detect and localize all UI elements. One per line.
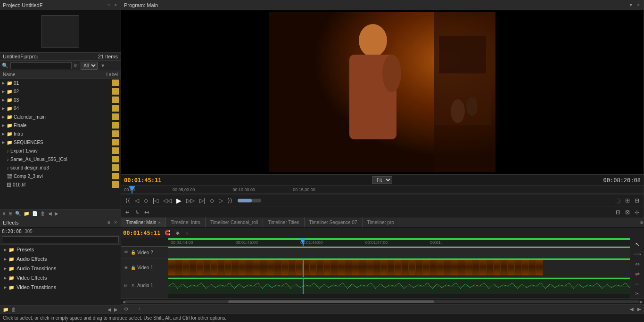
list-item[interactable]: 🖼 01b.tif bbox=[0, 180, 121, 189]
panel-search-btn[interactable]: 🔍 bbox=[14, 210, 22, 217]
extract-btn[interactable]: ⊠ bbox=[624, 208, 631, 217]
panel-prev-btn[interactable]: ◀ bbox=[47, 210, 53, 217]
tab-timeline-seq07[interactable]: Timeline: Sequence 07 bbox=[305, 217, 363, 227]
effects-search-input[interactable] bbox=[2, 236, 119, 243]
effects-item-audio-effects[interactable]: ▶ 📁 Audio Effects bbox=[0, 254, 121, 264]
folder-icon: 📁 bbox=[7, 106, 12, 111]
set-in-btn[interactable]: ↵ bbox=[124, 208, 132, 217]
effects-menu-btn[interactable]: ≡ bbox=[107, 220, 111, 225]
video-content bbox=[269, 12, 495, 172]
prev-edit-btn[interactable]: ◀ bbox=[629, 306, 635, 312]
search-settings-btn[interactable]: ▼ bbox=[99, 63, 106, 68]
list-item[interactable]: ▶ 📁 01 bbox=[0, 79, 121, 87]
video1-track-row[interactable] bbox=[168, 258, 630, 277]
marker-btn[interactable]: ◆ bbox=[174, 230, 181, 236]
project-panel-close-btn[interactable]: × bbox=[113, 2, 118, 8]
tab-timeline-titles[interactable]: Timeline: Titles bbox=[263, 217, 304, 227]
play-btn[interactable]: ▶ bbox=[175, 196, 183, 205]
delete-custom-item-btn[interactable]: 🗑 bbox=[10, 306, 17, 313]
track-lock-btn[interactable]: 🔒 bbox=[130, 250, 136, 255]
panel-delete-btn[interactable]: 🗑 bbox=[40, 210, 46, 217]
list-item[interactable]: ▶ 📁 Intro bbox=[0, 129, 121, 138]
rolling-edit-btn[interactable]: ⇌ bbox=[632, 270, 643, 278]
rate-stretch-btn[interactable]: ↔ bbox=[632, 280, 643, 288]
in-select[interactable]: All bbox=[81, 62, 98, 70]
zoom-out-btn[interactable]: − bbox=[131, 306, 136, 312]
step-back-btn[interactable]: ◁ bbox=[133, 196, 140, 205]
tab-timeline-main[interactable]: Timeline: Main × bbox=[121, 217, 166, 227]
new-custom-bin-btn[interactable]: 📁 bbox=[2, 306, 9, 313]
list-item[interactable]: ▶ 📁 02 bbox=[0, 87, 121, 96]
list-item[interactable]: ♪ sound design.mp3 bbox=[0, 163, 121, 172]
set-out-btn[interactable]: ↳ bbox=[133, 208, 141, 217]
go-to-out-btn[interactable]: ⟩⟩ bbox=[226, 196, 234, 205]
tab-timeline-calendal[interactable]: Timeline: Calendal_roll bbox=[206, 217, 263, 227]
video2-track-row[interactable] bbox=[168, 247, 630, 258]
tab-close-icon[interactable]: × bbox=[158, 220, 161, 225]
go-in-btn[interactable]: ↤ bbox=[143, 208, 150, 217]
list-item[interactable]: ▶ 📁 SEQUENCES bbox=[0, 138, 121, 146]
effects-item-presets[interactable]: ▶ 📁 Presets bbox=[0, 245, 121, 254]
track-visibility-btn[interactable]: 👁 bbox=[123, 250, 129, 255]
add-marker-btn[interactable]: ⬦ bbox=[184, 230, 190, 236]
monitor-close-btn[interactable]: × bbox=[636, 2, 641, 8]
razor-btn[interactable]: ✂ bbox=[632, 290, 643, 298]
go-to-in-btn[interactable]: ⟨⟨ bbox=[124, 196, 132, 205]
list-item[interactable]: ▶ 📁 Calendar_main bbox=[0, 113, 121, 121]
track-mute-btn[interactable]: M bbox=[123, 283, 129, 288]
step-frame-back-btn[interactable]: ◁◁ bbox=[162, 196, 173, 205]
list-item[interactable]: ♪ Same_As_Usual_556_(Col bbox=[0, 155, 121, 163]
insert-btn[interactable]: ⊞ bbox=[624, 196, 631, 205]
scroll-left-btn[interactable]: ◀ bbox=[122, 299, 125, 304]
overwrite-btn[interactable]: ⊟ bbox=[633, 196, 641, 205]
list-item[interactable]: ▶ 📁 04 bbox=[0, 104, 121, 113]
project-search-input[interactable] bbox=[10, 62, 72, 69]
go-to-start-btn[interactable]: |◁ bbox=[151, 196, 160, 205]
mark-in-btn[interactable]: ◇ bbox=[142, 196, 149, 205]
prev-btn[interactable]: ◀ bbox=[107, 306, 112, 313]
track-solo-btn[interactable]: S bbox=[130, 283, 136, 288]
jog-wheel[interactable] bbox=[238, 199, 261, 202]
go-to-end-btn[interactable]: ▷| bbox=[198, 196, 206, 205]
panel-next-btn[interactable]: ▶ bbox=[54, 210, 59, 217]
next-edit-btn[interactable]: ▶ bbox=[636, 306, 642, 312]
timeline-scrollbar[interactable]: ◀ ▶ bbox=[121, 298, 644, 304]
timeline-menu-btn[interactable]: ≡ bbox=[639, 220, 644, 225]
effects-close-btn[interactable]: × bbox=[113, 220, 118, 225]
list-item[interactable]: ▶ 📁 Finale bbox=[0, 121, 121, 129]
panel-list-view-btn[interactable]: ≡ bbox=[2, 210, 7, 217]
next-btn[interactable]: ▶ bbox=[113, 306, 119, 313]
panel-icon-view-btn[interactable]: ⊞ bbox=[8, 210, 13, 217]
audio1-track-row[interactable] bbox=[168, 277, 630, 294]
zoom-btn[interactable]: ⊹ bbox=[633, 208, 641, 217]
scroll-track[interactable] bbox=[125, 300, 640, 303]
ripple-edit-btn[interactable]: ⇔ bbox=[632, 260, 643, 268]
selection-tool-btn[interactable]: ↖ bbox=[632, 240, 643, 249]
project-panel-menu-btn[interactable]: ≡ bbox=[107, 2, 111, 8]
mark-out-btn[interactable]: ◇ bbox=[208, 196, 215, 205]
tab-timeline-pro[interactable]: Timeline: pro bbox=[363, 217, 399, 227]
monitor-menu-btn[interactable]: ▼ bbox=[627, 2, 634, 8]
track-visibility-btn[interactable]: 👁 bbox=[123, 266, 129, 270]
scroll-right-btn[interactable]: ▶ bbox=[640, 299, 643, 304]
fit-dropdown[interactable]: Fit bbox=[372, 176, 392, 184]
step-fwd-btn[interactable]: ▷ bbox=[217, 196, 224, 205]
track-select-btn[interactable]: ⟹ bbox=[632, 250, 643, 258]
lift-btn[interactable]: ⊡ bbox=[614, 208, 622, 217]
export-frame-btn[interactable]: ⬚ bbox=[614, 196, 622, 205]
effects-item-audio-transitions[interactable]: ▶ 📁 Audio Transitions bbox=[0, 264, 121, 273]
effects-item-video-transitions[interactable]: ▶ 📁 Video Transitions bbox=[0, 282, 121, 292]
snap-btn[interactable]: 🧲 bbox=[163, 230, 172, 236]
zoom-in-btn[interactable]: + bbox=[138, 306, 142, 312]
list-item[interactable]: ♪ Export 1.wav bbox=[0, 146, 121, 155]
panel-new-bin-btn[interactable]: 📁 bbox=[23, 210, 30, 217]
timeline-settings-btn[interactable]: ⚙ bbox=[123, 306, 129, 312]
tab-timeline-intro[interactable]: Timeline: Intro bbox=[166, 217, 206, 227]
track-lock-btn[interactable]: 🔒 bbox=[130, 266, 136, 270]
scroll-thumb[interactable] bbox=[228, 300, 434, 303]
effects-item-video-effects[interactable]: ▶ 📁 Video Effects bbox=[0, 273, 121, 282]
list-item[interactable]: 🎬 Comp 2_3.avi bbox=[0, 172, 121, 180]
list-item[interactable]: ▶ 📁 03 bbox=[0, 96, 121, 104]
panel-new-item-btn[interactable]: 📄 bbox=[31, 210, 39, 217]
step-frame-fwd-btn[interactable]: ▷▷ bbox=[185, 196, 196, 205]
